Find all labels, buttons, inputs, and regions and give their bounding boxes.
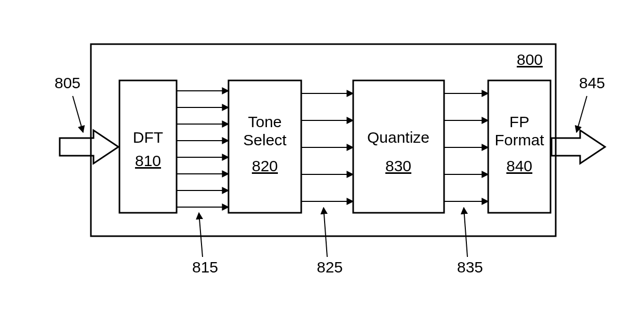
input-arrow-icon — [60, 130, 118, 163]
block-tone-select-line2: Select — [243, 131, 287, 148]
block-quantize-ref: 830 — [385, 157, 411, 174]
bus-quantize-to-fpformat — [444, 93, 488, 201]
block-dft-label: DFT — [133, 129, 163, 146]
bus-a-ref-pointer — [199, 213, 203, 257]
block-quantize — [353, 80, 444, 213]
block-fp-format-ref: 840 — [506, 157, 532, 174]
bus-a-ref-label: 815 — [192, 258, 218, 276]
block-fp-format-line2: Format — [494, 131, 544, 148]
output-ref-label: 845 — [579, 74, 605, 91]
block-dft — [119, 80, 177, 213]
output-arrow-icon — [552, 130, 605, 163]
bus-c-ref-pointer — [464, 208, 467, 257]
bus-b-ref-label: 825 — [317, 258, 343, 276]
input-ref-pointer — [73, 96, 83, 132]
input-ref-label: 805 — [55, 74, 81, 91]
block-quantize-label: Quantize — [367, 129, 430, 146]
block-dft-ref: 810 — [135, 152, 161, 169]
block-fp-format-line1: FP — [509, 113, 529, 130]
block-tone-select-line1: Tone — [248, 113, 281, 130]
block-tone-select-ref: 820 — [252, 157, 278, 174]
container-ref-label: 800 — [517, 51, 543, 68]
bus-b-ref-pointer — [324, 208, 327, 257]
bus-dft-to-toneselect — [177, 91, 229, 207]
bus-c-ref-label: 835 — [457, 258, 483, 276]
output-ref-pointer — [576, 96, 587, 132]
bus-toneselect-to-quantize — [301, 93, 353, 201]
